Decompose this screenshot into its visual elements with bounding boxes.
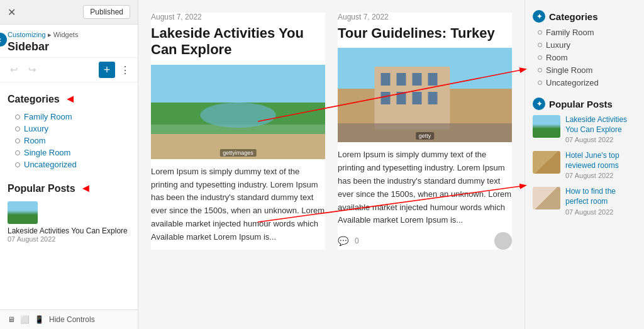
- svg-rect-12: [428, 73, 438, 86]
- rs-post-thumb: [533, 115, 560, 138]
- right-sidebar: ✦ Categories Family Room Luxury Room Sin…: [525, 0, 644, 329]
- rs-post-date: 07 August 2022: [565, 172, 636, 179]
- post-excerpt: Lorem Ipsum is simply dummy text of the …: [151, 165, 325, 244]
- cat-bullet: [15, 162, 20, 167]
- rs-post-title[interactable]: Hotel June's top reviewed rooms: [565, 151, 636, 170]
- rs-post-title[interactable]: Lakeside Activities You Can Explore: [565, 115, 636, 135]
- rs-post-thumb: [533, 187, 560, 209]
- list-item[interactable]: Luxury: [538, 40, 636, 50]
- cat-bullet: [538, 43, 542, 47]
- cat-bullet: [538, 68, 542, 72]
- mobile-icon: 📱: [35, 315, 44, 324]
- breadcrumb: Customizing ▸ Widgets: [8, 31, 130, 39]
- main-content: August 7, 2022 Lakeside Activities You C…: [138, 0, 644, 329]
- hide-controls-bar[interactable]: 🖥 ⬜ 📱 Hide Controls: [0, 309, 138, 329]
- cat-bullet: [15, 126, 20, 131]
- rs-post-thumb: [533, 151, 560, 174]
- svg-rect-9: [381, 73, 391, 86]
- post-card: August 7, 2022 Lakeside Activities You C…: [151, 13, 325, 250]
- rs-popular-posts-title: ✦ Popular Posts: [533, 98, 636, 110]
- popular-post-date: 07 August 2022: [8, 235, 130, 243]
- list-item[interactable]: Uncategorized: [15, 160, 130, 169]
- rs-post-date: 07 August 2022: [565, 136, 636, 143]
- rs-post-info: How to find the perfect room 07 August 2…: [565, 187, 636, 215]
- svg-rect-10: [397, 73, 406, 86]
- compass-icon-2: ✦: [533, 98, 545, 110]
- svg-rect-11: [413, 73, 422, 86]
- categories-list: Family Room Luxury Room Single Room Unca…: [15, 112, 130, 169]
- getty-watermark: getty: [416, 132, 435, 140]
- back-button[interactable]: ‹: [0, 33, 7, 47]
- compass-icon: ✦: [533, 10, 545, 23]
- popular-posts-widget: Popular Posts ◄ Lakeside Activities You …: [8, 182, 130, 243]
- list-item[interactable]: Single Room: [15, 148, 130, 157]
- rs-post-info: Hotel June's top reviewed rooms 07 Augus…: [565, 151, 636, 179]
- comment-icon: 💬: [338, 236, 348, 246]
- categories-widget-title: Categories ◄: [8, 92, 130, 106]
- list-item[interactable]: Family Room: [15, 112, 130, 121]
- list-item[interactable]: Luxury: [15, 124, 130, 133]
- list-item[interactable]: Room: [15, 136, 130, 145]
- popular-posts-title: Popular Posts ◄: [8, 182, 130, 195]
- svg-rect-14: [397, 92, 406, 104]
- getty-watermark: gettyimages: [219, 149, 257, 157]
- redo-button[interactable]: ↪: [26, 63, 39, 77]
- tablet-icon: ⬜: [20, 315, 30, 324]
- popular-post-thumb: [8, 201, 38, 224]
- undo-button[interactable]: ↩: [8, 63, 21, 77]
- rs-popular-post: Lakeside Activities You Can Explore 07 A…: [533, 115, 636, 143]
- svg-rect-0: [151, 65, 325, 109]
- rs-categories-list: Family Room Luxury Room Single Room Unca…: [538, 28, 636, 87]
- published-button[interactable]: Published: [83, 5, 130, 19]
- rs-post-date: 07 August 2022: [565, 208, 636, 216]
- rs-popular-post: Hotel June's top reviewed rooms 07 Augus…: [533, 151, 636, 179]
- monitor-icon: 🖥: [8, 315, 15, 324]
- left-panel: ✕ Published ‹ Customizing ▸ Widgets Side…: [0, 0, 138, 329]
- cat-bullet: [15, 114, 20, 120]
- panel-title: Sidebar: [8, 40, 130, 53]
- post-image: gettyimages: [151, 65, 325, 159]
- post-image: getty: [338, 48, 512, 142]
- cat-bullet: [15, 150, 20, 155]
- post-title: Tour Guidelines: Turkey: [338, 25, 512, 42]
- comment-count: 0: [355, 237, 359, 245]
- popular-post-item: Lakeside Activities You Can Explore 07 A…: [8, 201, 130, 243]
- svg-rect-16: [428, 92, 438, 104]
- svg-rect-13: [381, 92, 391, 104]
- post-title: Lakeside Activities You Can Explore: [151, 25, 325, 59]
- more-options-button[interactable]: ⋮: [120, 64, 130, 76]
- hide-controls-label: Hide Controls: [49, 315, 95, 324]
- post-date: August 7, 2022: [338, 13, 512, 21]
- rs-post-title[interactable]: How to find the perfect room: [565, 187, 636, 206]
- cat-bullet: [538, 81, 542, 85]
- categories-arrow: ◄: [65, 92, 76, 106]
- popular-post-title: Lakeside Activities You Can Explore: [8, 226, 130, 235]
- post-excerpt: Lorem Ipsum is simply dummy text of the …: [338, 148, 512, 227]
- cat-bullet: [538, 30, 542, 35]
- left-content: Categories ◄ Family Room Luxury Room Sin…: [0, 82, 138, 309]
- post-date: August 7, 2022: [151, 13, 325, 21]
- list-item[interactable]: Room: [538, 53, 636, 62]
- post-image-inner: getty: [338, 48, 512, 142]
- list-item[interactable]: Uncategorized: [538, 78, 636, 87]
- close-button[interactable]: ✕: [8, 6, 16, 18]
- popular-posts-arrow: ◄: [80, 182, 92, 195]
- list-item[interactable]: Family Room: [538, 28, 636, 37]
- list-item[interactable]: Single Room: [538, 65, 636, 75]
- toolbar-row: ↩ ↪ + ⋮: [0, 58, 138, 82]
- svg-point-4: [201, 103, 276, 128]
- post-meta: 💬 0: [338, 232, 512, 250]
- cat-bullet: [538, 55, 542, 60]
- post-grid: August 7, 2022 Lakeside Activities You C…: [151, 13, 512, 250]
- rs-categories-title: ✦ Categories: [533, 10, 636, 23]
- cat-bullet: [15, 138, 20, 143]
- breadcrumb-customizing[interactable]: Customizing: [8, 31, 46, 38]
- breadcrumb-area: ‹ Customizing ▸ Widgets Sidebar: [0, 25, 138, 58]
- svg-rect-15: [413, 92, 422, 104]
- blog-area: August 7, 2022 Lakeside Activities You C…: [138, 0, 525, 329]
- add-widget-button[interactable]: +: [99, 62, 115, 78]
- rs-post-info: Lakeside Activities You Can Explore 07 A…: [565, 115, 636, 143]
- rs-popular-post: How to find the perfect room 07 August 2…: [533, 187, 636, 215]
- post-card: August 7, 2022 Tour Guidelines: Turkey: [338, 13, 512, 250]
- post-image-inner: gettyimages: [151, 65, 325, 159]
